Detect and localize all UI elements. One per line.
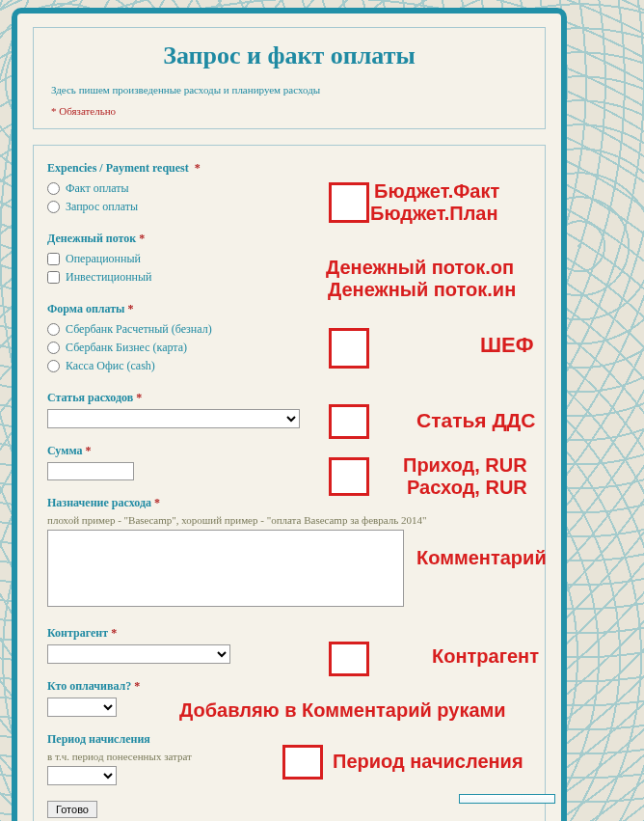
form-description: Здесь пишем произведенные расходы и план… <box>51 84 527 96</box>
req-mark: * <box>136 391 142 404</box>
label-payer: Кто оплачивал? * <box>47 679 531 694</box>
form-body: Expencies / Payment request * Факт оплат… <box>33 145 546 821</box>
radio-kassa[interactable] <box>47 360 60 372</box>
group-payform: Форма оплаты * Сбербанк Расчетный (безна… <box>47 302 531 375</box>
hint-period: в т.ч. период понесенных затрат <box>47 751 531 762</box>
req-mark: * <box>128 302 134 315</box>
hint-purpose: плохой пример - "Basecamp", хороший прим… <box>47 514 531 526</box>
label-payform-text: Форма оплаты <box>47 302 125 315</box>
group-expencies: Expencies / Payment request * Факт оплат… <box>47 161 531 216</box>
form-header: Запрос и факт оплаты Здесь пишем произве… <box>33 27 546 129</box>
opt-sber-raschet[interactable]: Сбербанк Расчетный (безнал) <box>47 320 531 339</box>
label-payer-text: Кто оплачивал? <box>47 679 131 693</box>
label-period-text: Период начисления <box>47 732 150 746</box>
group-article: Статья расходов * <box>47 391 531 428</box>
select-period[interactable] <box>47 766 117 785</box>
checkbox-operational[interactable] <box>47 253 60 265</box>
radio-sber-raschet-label: Сбербанк Расчетный (безнал) <box>66 322 212 337</box>
textarea-purpose[interactable] <box>47 530 404 607</box>
radio-kassa-label: Касса Офис (cash) <box>66 359 155 373</box>
required-note: * Обязательно <box>51 105 527 117</box>
opt-investment[interactable]: Инвестиционный <box>47 268 531 287</box>
group-period: Период начисления в т.ч. период понесенн… <box>47 732 531 785</box>
group-contractor: Контрагент * <box>47 626 531 664</box>
radio-request[interactable] <box>47 201 60 213</box>
label-purpose-text: Назначение расхода <box>47 496 151 509</box>
opt-fact[interactable]: Факт оплаты <box>47 179 531 198</box>
req-mark: * <box>85 444 91 457</box>
opt-kassa[interactable]: Касса Офис (cash) <box>47 357 531 375</box>
radio-sber-biznes-label: Сбербанк Бизнес (карта) <box>66 341 187 355</box>
group-amount: Сумма * <box>47 444 531 480</box>
label-expencies-text: Expencies / Payment request <box>47 161 189 175</box>
submit-button[interactable]: Готово <box>47 801 97 818</box>
label-amount: Сумма * <box>47 444 531 458</box>
label-expencies: Expencies / Payment request * <box>47 161 531 176</box>
progress-bar <box>459 794 555 804</box>
checkbox-investment-label: Инвестиционный <box>66 270 151 285</box>
req-mark: * <box>139 232 145 245</box>
opt-operational[interactable]: Операционный <box>47 250 531 268</box>
form-panel: Запрос и факт оплаты Здесь пишем произве… <box>12 8 567 821</box>
select-payer[interactable] <box>47 698 117 717</box>
label-contractor: Контрагент * <box>47 626 531 641</box>
form-title: Запрос и факт оплаты <box>51 41 527 70</box>
opt-sber-biznes[interactable]: Сбербанк Бизнес (карта) <box>47 339 531 357</box>
radio-sber-raschet[interactable] <box>47 323 60 336</box>
label-amount-text: Сумма <box>47 444 82 457</box>
req-mark: * <box>134 679 140 693</box>
label-cashflow-text: Денежный поток <box>47 232 136 245</box>
radio-sber-biznes[interactable] <box>47 342 60 354</box>
select-article[interactable] <box>47 409 300 428</box>
label-contractor-text: Контрагент <box>47 626 108 640</box>
checkbox-operational-label: Операционный <box>66 252 141 266</box>
radio-fact[interactable] <box>47 182 60 195</box>
select-contractor[interactable] <box>47 644 230 664</box>
req-mark: * <box>154 496 160 509</box>
label-article: Статья расходов * <box>47 391 531 405</box>
label-cashflow: Денежный поток * <box>47 232 531 246</box>
group-purpose: Назначение расхода * плохой пример - "Ba… <box>47 496 531 611</box>
label-period: Период начисления <box>47 732 531 747</box>
group-cashflow: Денежный поток * Операционный Инвестицио… <box>47 232 531 287</box>
req-mark: * <box>195 161 201 175</box>
label-payform: Форма оплаты * <box>47 302 531 316</box>
radio-request-label: Запрос оплаты <box>66 200 138 214</box>
input-amount[interactable] <box>47 462 134 480</box>
radio-fact-label: Факт оплаты <box>66 181 128 196</box>
req-mark: * <box>111 626 117 640</box>
group-payer: Кто оплачивал? * <box>47 679 531 717</box>
label-purpose: Назначение расхода * <box>47 496 531 510</box>
opt-request[interactable]: Запрос оплаты <box>47 198 531 216</box>
checkbox-investment[interactable] <box>47 271 60 284</box>
label-article-text: Статья расходов <box>47 391 133 404</box>
